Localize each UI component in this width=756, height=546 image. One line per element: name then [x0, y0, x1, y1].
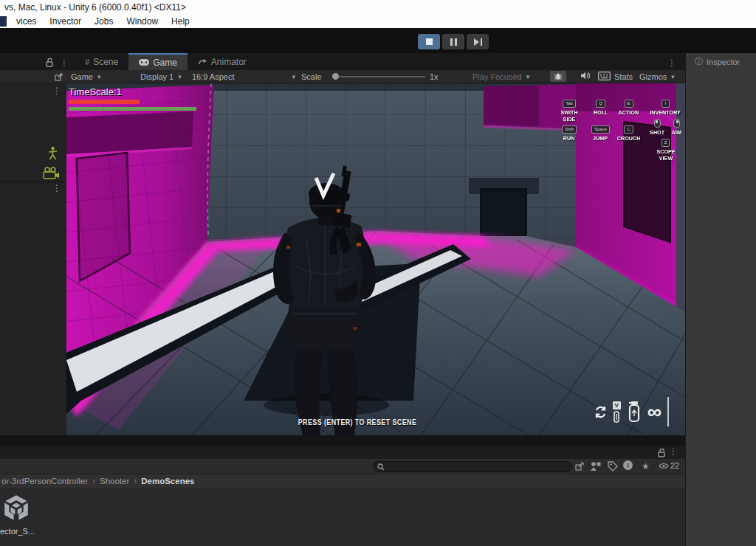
- reload-icon: [594, 406, 607, 418]
- tab-scene[interactable]: # Scene: [75, 53, 128, 70]
- key-badge: Shift: [562, 125, 577, 134]
- project-panel-header: ⋮: [0, 446, 685, 459]
- animator-icon: [198, 58, 207, 66]
- maximize-icon[interactable]: [55, 72, 63, 81]
- unity-editor-window: vs, Mac, Linux - Unity 6 (6000.0.40f1) <…: [0, 0, 756, 546]
- kebab-menu-icon[interactable]: ⋮: [52, 184, 61, 192]
- key-badge: Tab: [563, 100, 576, 108]
- breadcrumb-item-current[interactable]: DemoScenes: [141, 477, 194, 485]
- search-icon: [377, 463, 385, 471]
- play-controls: [418, 34, 489, 49]
- eye-icon: [659, 463, 669, 469]
- unity-scene-icon: [0, 491, 32, 525]
- scale-label: Scale: [301, 70, 322, 83]
- game-view-toolbar: Game▾ Display 1▾ 16:9 Aspect▾ Scale 1x P…: [66, 70, 685, 83]
- ammo-hud: V ∞: [594, 394, 669, 429]
- kebab-menu-icon[interactable]: ⋮: [667, 59, 676, 66]
- stop-icon: [426, 38, 433, 45]
- kebab-menu-icon[interactable]: ⋮: [52, 87, 61, 94]
- breadcrumb-item[interactable]: Shooter: [100, 477, 129, 485]
- tab-animator[interactable]: Animator: [188, 53, 257, 70]
- kebab-menu-icon[interactable]: ⋮: [669, 448, 678, 455]
- magazine-icon: [614, 411, 619, 423]
- key-badge: C: [624, 125, 633, 134]
- debug-bug-button[interactable]: [550, 71, 566, 82]
- project-panel: ⋮ ! ★: [0, 446, 685, 546]
- display-dropdown[interactable]: Display 1▾: [140, 70, 189, 83]
- key-badge: Z: [662, 139, 670, 147]
- tab-inspector[interactable]: ⓘ Inspector: [686, 53, 756, 70]
- key-badge: Space: [591, 125, 610, 134]
- key-badge: Q: [596, 100, 605, 108]
- mouse-right-icon: [673, 119, 680, 128]
- bug-icon: [554, 72, 563, 80]
- open-search-window-icon[interactable]: [575, 461, 585, 471]
- menu-item-help[interactable]: Help: [165, 15, 196, 28]
- key-badge: E: [625, 100, 633, 108]
- editor-top-strip: [0, 28, 756, 53]
- pause-icon: [450, 38, 457, 46]
- aspect-ratio-dropdown[interactable]: 16:9 Aspect▾: [192, 70, 300, 83]
- chevron-down-icon: ▾: [97, 73, 101, 80]
- menu-item-invector[interactable]: Invector: [43, 15, 88, 28]
- chevron-down-icon: ▾: [671, 73, 675, 80]
- timescale-label: TimeScale:1: [69, 86, 122, 97]
- info-icon: ⓘ: [695, 56, 703, 67]
- health-bar: [69, 100, 140, 104]
- search-box[interactable]: [373, 461, 572, 472]
- reset-scene-message: PRESS (ENTER) TO RESET SCENE: [298, 418, 416, 426]
- game-viewport[interactable]: TimeScale:1 TabSWITH SIDE QROLL EACTION …: [66, 83, 685, 435]
- asset-label: ector_S...: [0, 527, 35, 536]
- kebab-menu-icon[interactable]: ⋮: [60, 59, 69, 66]
- search-by-label-icon[interactable]: [608, 461, 618, 471]
- reload-key-badge: V: [613, 401, 621, 410]
- window-title: vs, Mac, Linux - Unity 6 (6000.0.40f1) <…: [4, 2, 186, 13]
- scale-slider-track[interactable]: [337, 76, 425, 77]
- breadcrumb-separator: ›: [134, 476, 137, 486]
- window-titlebar: vs, Mac, Linux - Unity 6 (6000.0.40f1) <…: [0, 0, 756, 15]
- gizmos-dropdown[interactable]: Gizmos▾: [639, 70, 681, 83]
- stamina-bar: [69, 107, 196, 111]
- menu-bar: vices Invector Jobs Window Help: [0, 15, 756, 28]
- panel-tab-bar: ⋮ # Scene Game Animator ⋮: [0, 53, 685, 70]
- unlock-icon[interactable]: [658, 448, 666, 457]
- tab-game[interactable]: Game: [128, 53, 188, 70]
- play-focused-dropdown[interactable]: Play Focused▾: [472, 70, 546, 83]
- search-input[interactable]: [388, 463, 568, 471]
- stop-button[interactable]: [418, 34, 440, 49]
- menu-item-window[interactable]: Window: [120, 15, 165, 28]
- search-by-type-icon[interactable]: [591, 461, 602, 471]
- hidden-count-icon[interactable]: !: [623, 460, 633, 470]
- control-hints: TabSWITH SIDE QROLL EACTION ShiftRUN Spa…: [553, 100, 682, 162]
- app-icon: [0, 16, 7, 27]
- panel-divider: [0, 435, 685, 446]
- mute-audio-button[interactable]: [580, 71, 591, 80]
- step-button[interactable]: [467, 34, 489, 49]
- breadcrumb-separator: ›: [92, 476, 95, 486]
- scale-value: 1x: [430, 70, 439, 83]
- project-toolbar: ! ★ 22: [0, 459, 685, 474]
- ammo-divider: [667, 397, 669, 426]
- gamepad-icon: [139, 59, 149, 66]
- chevron-down-icon: ▾: [178, 73, 182, 80]
- step-icon: [474, 38, 479, 46]
- breadcrumb: or-3rdPersonController › Shooter › DemoS…: [0, 474, 685, 488]
- stats-toggle[interactable]: Stats: [614, 70, 633, 83]
- asset-item-scene[interactable]: ector_S...: [0, 491, 38, 536]
- key-badge: I: [662, 100, 670, 108]
- mouse-left-icon: [654, 119, 661, 128]
- breadcrumb-item[interactable]: or-3rdPersonController: [1, 477, 88, 485]
- project-content: ector_S...: [0, 488, 685, 546]
- menu-item-jobs[interactable]: Jobs: [88, 15, 120, 28]
- keyboard-input-button[interactable]: [598, 72, 611, 80]
- unlock-icon[interactable]: [46, 58, 54, 67]
- camera-dropdown[interactable]: Game▾: [71, 70, 136, 83]
- scene-hash-icon: #: [85, 58, 89, 66]
- favorites-icon[interactable]: ★: [642, 461, 650, 471]
- camera-gizmo-icon: [43, 167, 60, 179]
- infinite-ammo-label: ∞: [647, 403, 662, 421]
- visible-count[interactable]: 22: [659, 461, 679, 470]
- scale-slider-knob[interactable]: [332, 73, 339, 80]
- menu-item-services[interactable]: vices: [10, 15, 43, 28]
- pause-button[interactable]: [442, 34, 464, 49]
